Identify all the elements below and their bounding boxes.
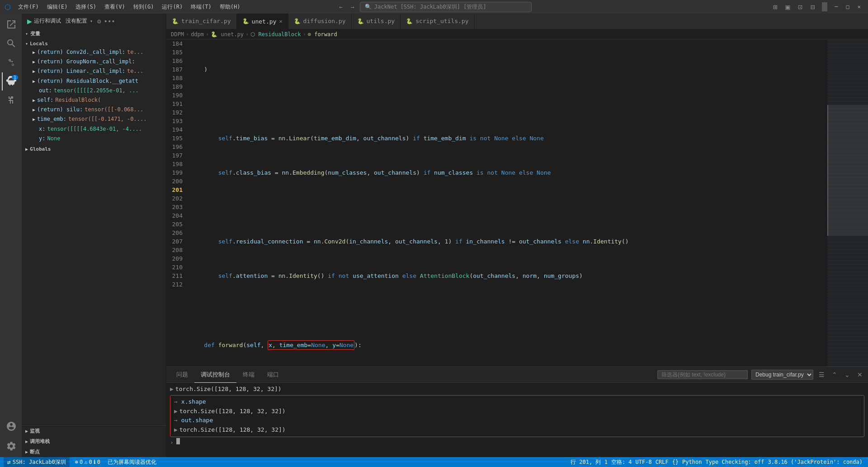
panel-list-view-button[interactable]: ☰ — [817, 370, 826, 379]
console-prompt-line[interactable]: › — [170, 438, 864, 448]
callstack-section-header[interactable]: ▶ 调用堆栈 — [22, 436, 166, 447]
menu-help[interactable]: 帮助(H) — [216, 2, 244, 12]
minimize-button[interactable]: ─ — [832, 3, 840, 11]
tab-close-button[interactable]: ✕ — [279, 18, 282, 24]
console-line: ▶ torch.Size([128, 128, 32, 32]) — [174, 425, 860, 435]
activity-debug[interactable]: 1 — [2, 72, 20, 91]
close-button[interactable]: ✕ — [855, 3, 863, 11]
breadcrumb-class[interactable]: ⬡ ResidualBlock — [250, 31, 301, 38]
var-item[interactable]: ▶ (return) Conv2d._call_impl: te... — [22, 48, 166, 57]
arrow-icon: → — [174, 397, 178, 407]
tab-diffusion[interactable]: 🐍 diffusion.py — [288, 14, 352, 29]
tab-script-utils[interactable]: 🐍 script_utils.py — [401, 14, 474, 29]
code-content[interactable]: 184 185 186 187 188 189 190 191 192 193 … — [166, 39, 827, 367]
breadcrumb-file[interactable]: 🐍 unet.py — [211, 31, 244, 38]
menu-file[interactable]: 文件(F) — [14, 2, 42, 12]
watch-chevron-icon: ▶ — [25, 429, 28, 434]
expand-icon[interactable]: ▶ — [174, 407, 178, 416]
tab-unet[interactable]: 🐍 unet.py ✕ — [237, 14, 288, 29]
var-item[interactable]: ▶ (return) Linear._call_impl: te... — [22, 67, 166, 76]
editor-area: 🐍 train_cifar.py 🐍 unet.py ✕ 🐍 diffusion… — [166, 14, 868, 457]
nav-forward-button[interactable]: → — [348, 4, 357, 10]
var-item[interactable]: ▶ (return) silu: tensor([[-0.068... — [22, 105, 166, 114]
activity-extensions[interactable] — [2, 91, 20, 110]
breakpoints-section-header[interactable]: ▶ 断点 — [22, 447, 166, 457]
vscode-logo-icon: ⬡ — [5, 3, 11, 11]
menu-edit[interactable]: 编辑(E) — [43, 2, 71, 12]
menu-view[interactable]: 查看(V) — [101, 2, 129, 12]
layout-icon-4[interactable]: ⊟ — [808, 2, 818, 12]
layout-icon-2[interactable]: ▣ — [783, 2, 793, 12]
gear-icon[interactable]: ⚙ — [97, 18, 101, 25]
status-type-checking[interactable]: Type Checking: off — [703, 459, 766, 465]
panel-close-button[interactable]: ✕ — [855, 370, 864, 379]
menu-run[interactable]: 运行(R) — [158, 2, 186, 12]
status-language[interactable]: Python — [680, 459, 703, 465]
status-encoding[interactable]: UTF-8 — [634, 459, 654, 465]
breadcrumb-ddpm-pkg[interactable]: ddpm — [191, 31, 204, 38]
panel-debug-session-select[interactable]: Debug train_cifar.py — [751, 370, 813, 380]
var-item[interactable]: ▶ (return) GroupNorm._call_impl: — [22, 57, 166, 67]
panel-filter-input[interactable] — [657, 370, 748, 379]
panel-tabs: 问题 调试控制台 终端 端口 Debug train_cifar.py — [166, 367, 868, 383]
var-item[interactable]: y: None — [22, 134, 166, 143]
more-icon[interactable]: ••• — [104, 18, 115, 25]
search-bar[interactable]: 🔍 JackNet [SSH: JackLab0深圳] [管理员] — [360, 2, 532, 12]
activity-settings[interactable] — [2, 437, 20, 455]
panel-tab-problems[interactable]: 问题 — [170, 367, 194, 383]
panel-tab-ports[interactable]: 端口 — [261, 367, 285, 383]
breadcrumb-ddpm[interactable]: DDPM — [171, 31, 184, 38]
var-item[interactable]: ▶ time_emb: tensor([[-0.1471, -0.... — [22, 114, 166, 124]
breadcrumb-func[interactable]: ⊙ forward — [308, 31, 337, 38]
run-debug-label: 运行和调试 — [34, 17, 61, 25]
var-item[interactable]: ▶ self: ResidualBlock( — [22, 95, 166, 105]
run-debug-button[interactable]: ▶ 运行和调试 — [25, 16, 63, 26]
console-line: ▶ torch.Size([128, 128, 32, 32]) — [174, 407, 860, 416]
variables-section-header[interactable]: ▾ 变量 — [22, 29, 166, 39]
minimap-overlay — [827, 39, 868, 367]
var-item[interactable]: out: tensor([[[[2.2055e-01, ... — [22, 86, 166, 95]
expand-arrow-icon: ▶ — [33, 106, 35, 114]
panel-tab-terminal[interactable]: 终端 — [236, 367, 261, 383]
maximize-button[interactable]: □ — [844, 3, 852, 11]
tab-train-cifar[interactable]: 🐍 train_cifar.py — [166, 14, 237, 29]
code-lines-container[interactable]: ) self.time_bias = nn.Linear(time_emb_di… — [186, 39, 827, 367]
menu-goto[interactable]: 转到(G) — [130, 2, 158, 12]
menu-select[interactable]: 选择(S) — [72, 2, 100, 12]
activity-explorer[interactable] — [2, 15, 20, 33]
var-item[interactable]: x: tensor([[[[4.6843e-01, -4.... — [22, 124, 166, 134]
panel-collapse-button[interactable]: ⌄ — [843, 370, 852, 379]
status-line-col[interactable]: 行 201, 列 1 — [569, 458, 609, 466]
status-screen-reader[interactable]: 已为屏幕阅读器优化 — [106, 457, 158, 467]
activity-account[interactable] — [2, 417, 20, 435]
file-icon: 🐍 — [406, 18, 413, 24]
status-spaces[interactable]: 空格: 4 — [609, 458, 634, 466]
layout-icon-3[interactable]: ⊡ — [795, 2, 805, 12]
expand-icon[interactable]: ▶ — [174, 425, 178, 435]
expand-icon[interactable]: ▶ — [170, 385, 174, 394]
screen-reader-label: 已为屏幕阅读器优化 — [108, 458, 156, 466]
watch-section-header[interactable]: ▶ 监视 — [22, 426, 166, 436]
arrow-icon: → — [174, 416, 178, 425]
tab-utils[interactable]: 🐍 utils.py — [352, 14, 401, 29]
status-errors[interactable]: ⊗ 0 ⚠ 0 ℹ 0 — [73, 457, 102, 467]
console-line: ▶ torch.Size([128, 128, 32, 32]) — [170, 385, 864, 394]
panel-tab-debug-console[interactable]: 调试控制台 — [194, 367, 236, 383]
locals-group-header[interactable]: ▾ Locals — [22, 40, 166, 48]
panel-tab-label: 端口 — [267, 371, 279, 378]
panel-expand-button[interactable]: ⌃ — [830, 370, 839, 379]
nav-back-button[interactable]: ← — [336, 4, 345, 10]
status-line-ending[interactable]: CRLF — [654, 459, 670, 465]
main-layout: 1 ▶ 运行和调试 没有配置 ▾ ⚙ ••• ▾ 变量 — [0, 14, 868, 457]
activity-search[interactable] — [2, 34, 20, 52]
activity-source-control[interactable] — [2, 53, 20, 71]
layout-icon-1[interactable]: ⊞ — [770, 2, 780, 12]
globals-group-header[interactable]: ▶ Globals — [22, 145, 166, 153]
no-config-label: 没有配置 — [66, 17, 87, 25]
menu-terminal[interactable]: 终端(T) — [187, 2, 215, 12]
panel-content[interactable]: ▶ torch.Size([128, 128, 32, 32]) → x.sha… — [166, 383, 868, 457]
remote-info[interactable]: ⇄ SSH: JackLab0深圳 — [4, 457, 70, 467]
var-item[interactable]: ▶ (return) ResidualBlock.__getatt — [22, 76, 166, 86]
dropdown-arrow-icon[interactable]: ▾ — [90, 19, 93, 24]
status-python-version[interactable]: 3.8.16 ('JackProtein': conda) — [766, 459, 864, 465]
